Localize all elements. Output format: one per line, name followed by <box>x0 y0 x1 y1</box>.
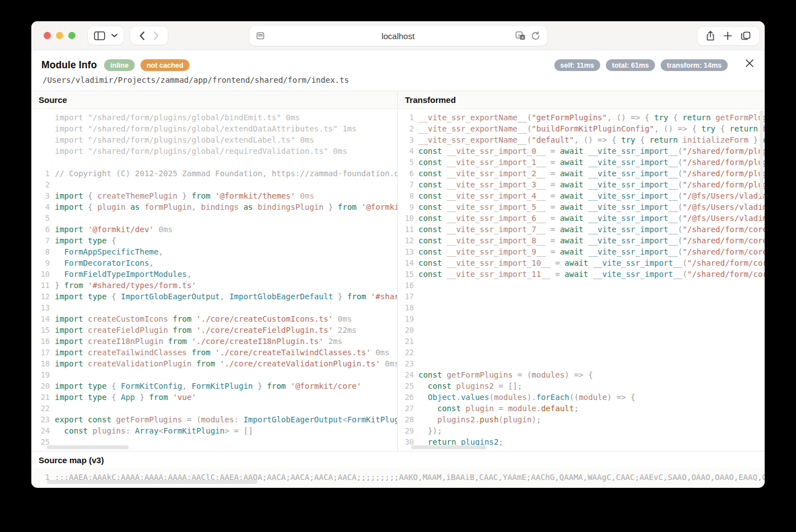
code-text: import type { FormKitConfig, FormKitPlug… <box>55 380 361 392</box>
new-tab-icon[interactable] <box>723 31 732 40</box>
line-number: 1 <box>398 112 418 123</box>
line-number: 9 <box>398 201 418 213</box>
code-text: import createTailwindClasses from './cor… <box>55 347 389 358</box>
code-line: 13const __vite_ssr_import_9__ = await __… <box>398 246 765 257</box>
code-line: 19 <box>398 313 765 324</box>
module-title-row: Module Info inline not cached self: 11ms… <box>41 59 756 71</box>
transformed-code[interactable]: 1__vite_ssr_exportName__("getFormPlugins… <box>398 109 765 451</box>
line-number <box>31 123 55 134</box>
line-number: 9 <box>31 257 55 269</box>
code-text: FormDecoratorIcons, <box>55 257 154 269</box>
code-line: import "/shared/form/plugins/global/exte… <box>31 134 397 145</box>
sidebar-icon[interactable] <box>94 31 105 40</box>
close-icon[interactable] <box>743 57 756 69</box>
code-text: const plugin = module.default; <box>418 403 579 414</box>
code-text: } from '#shared/types/form.ts' <box>55 280 196 291</box>
code-line: 21import type { App } from 'vue' <box>31 392 397 403</box>
code-line: 22 <box>31 403 397 414</box>
sourcemap-hscrollbar[interactable] <box>47 480 257 484</box>
code-text: export const getFormPlugins = (modules: … <box>55 414 397 425</box>
code-line: 28 plugins2.push(plugin); <box>398 414 765 425</box>
code-text: const __vite_ssr_import_4__ = await __vi… <box>418 190 765 201</box>
line-number: 21 <box>31 392 55 403</box>
total-time-badge: total: 61ms <box>606 59 655 71</box>
code-text: const plugins: Array<FormKitPlugin> = [] <box>55 425 253 436</box>
code-text: const __vite_ssr_import_0__ = await __vi… <box>418 145 765 157</box>
source-code[interactable]: import "/shared/form/plugins/global/bind… <box>31 109 397 451</box>
code-line: import "/shared/form/plugins/global/exte… <box>31 123 397 134</box>
code-line: 15const __vite_ssr_import_11__ = await _… <box>398 269 765 280</box>
reload-icon[interactable] <box>530 31 540 43</box>
line-number: 16 <box>398 280 418 291</box>
code-text: import type { <box>55 235 116 246</box>
line-number: 27 <box>398 403 418 414</box>
line-number: 11 <box>31 280 55 291</box>
line-number: 21 <box>398 336 418 347</box>
line-number: 14 <box>398 257 418 269</box>
line-number: 14 <box>31 313 55 324</box>
source-hscrollbar[interactable] <box>47 445 129 449</box>
code-text: Object.values(modules).forEach((module) … <box>418 392 635 403</box>
code-line: 9const __vite_ssr_import_5__ = await __v… <box>398 201 765 213</box>
sourcemap-header: Source map (v3) <box>31 451 765 468</box>
page-title: Module Info <box>41 59 97 71</box>
share-icon[interactable] <box>705 30 715 41</box>
code-line <box>31 157 397 168</box>
code-text: import "/shared/form/plugins/global/requ… <box>55 145 347 157</box>
line-number: 6 <box>31 224 55 235</box>
forward-icon[interactable] <box>153 31 159 40</box>
line-number: 16 <box>31 336 55 347</box>
code-line: 8 FormAppSpecificTheme, <box>31 246 397 257</box>
close-window-button[interactable] <box>44 32 51 39</box>
code-text: const __vite_ssr_import_10__ = await __v… <box>418 257 765 269</box>
code-text: const __vite_ssr_import_3__ = await __vi… <box>418 179 765 190</box>
transformed-vscrollbar[interactable] <box>760 110 764 197</box>
line-number: 2 <box>398 123 418 134</box>
code-text: import "/shared/form/plugins/global/exte… <box>55 134 314 145</box>
code-text: const __vite_ssr_import_7__ = await __vi… <box>418 224 765 235</box>
nav-buttons-group <box>130 26 168 45</box>
tabs-overview-icon[interactable] <box>740 31 751 41</box>
window-actions-group <box>698 27 759 45</box>
code-line: 23export const getFormPlugins = (modules… <box>31 414 397 425</box>
code-text: import { createThemePlugin } from '@form… <box>55 190 314 201</box>
translate-icon[interactable]: Aa <box>515 31 526 43</box>
chevron-down-icon[interactable] <box>111 34 117 37</box>
transformed-hscrollbar[interactable] <box>411 445 487 449</box>
line-number <box>31 134 55 145</box>
code-text: import { plugin as formPlugin, bindings … <box>55 201 397 213</box>
minimize-window-button[interactable] <box>56 32 63 39</box>
code-line: 4import { plugin as formPlugin, bindings… <box>31 201 397 213</box>
line-number: 3 <box>398 134 418 145</box>
code-text: import createValidationPlugin from './co… <box>55 358 397 369</box>
code-line: 26 Object.values(modules).forEach((modul… <box>398 392 765 403</box>
code-line: 4const __vite_ssr_import_0__ = await __v… <box>398 145 765 157</box>
code-line: 18import createValidationPlugin from './… <box>31 358 397 369</box>
code-line: 14import createCustomIcons from './core/… <box>31 313 397 324</box>
code-text: __vite_ssr_exportName__("buildFormKitPlu… <box>418 123 765 134</box>
code-line: 29 }); <box>398 425 765 436</box>
line-number: 13 <box>31 302 55 313</box>
url-field[interactable]: localhost Aa <box>249 26 547 46</box>
code-text: const __vite_ssr_import_11__ = await __v… <box>418 269 765 280</box>
code-text: __vite_ssr_exportName__("getFormPlugins"… <box>418 112 765 123</box>
line-number: 20 <box>398 324 418 336</box>
back-icon[interactable] <box>139 31 145 40</box>
reader-icon[interactable] <box>255 31 265 43</box>
transformed-panel: Transformed 1__vite_ssr_exportName__("ge… <box>398 91 765 451</box>
line-number: 7 <box>398 179 418 190</box>
line-number <box>31 157 55 168</box>
line-number: 4 <box>31 201 55 213</box>
code-line: 10 FormFieldTypeImportModules, <box>31 269 397 280</box>
code-line: 5const __vite_ssr_import_1__ = await __v… <box>398 157 765 168</box>
code-line: import "/shared/form/plugins/global/requ… <box>31 145 397 157</box>
code-text: import type { App } from 'vue' <box>55 392 196 403</box>
line-number: 25 <box>398 380 418 392</box>
code-text: import createCustomIcons from './core/cr… <box>55 313 352 324</box>
self-time-badge: self: 11ms <box>554 59 600 71</box>
line-number: 17 <box>398 291 418 302</box>
code-text: }); <box>418 425 442 436</box>
line-number: 23 <box>398 358 418 369</box>
zoom-window-button[interactable] <box>68 32 76 39</box>
line-number: 17 <box>31 347 55 358</box>
